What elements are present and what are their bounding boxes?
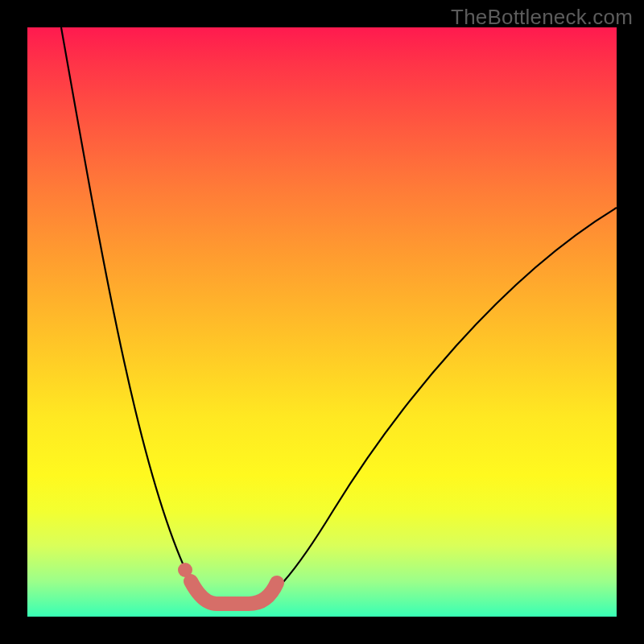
chart-root: TheBottleneck.com xyxy=(0,0,644,644)
left-curve xyxy=(61,27,214,604)
watermark-text: TheBottleneck.com xyxy=(451,5,633,30)
curve-layer xyxy=(27,27,617,617)
bottom-accent xyxy=(191,581,277,604)
left-dot xyxy=(178,563,192,577)
chart-frame xyxy=(0,0,644,644)
right-curve xyxy=(253,208,617,604)
plot-area xyxy=(27,27,617,617)
